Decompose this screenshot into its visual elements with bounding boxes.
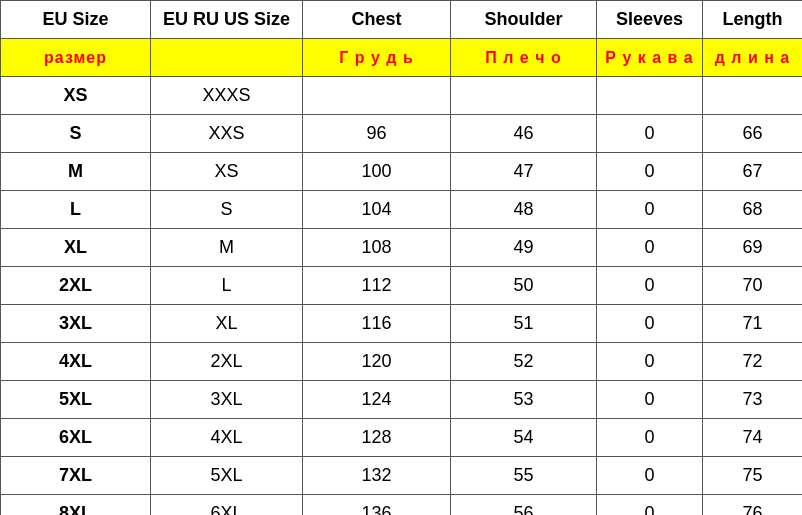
ru-size-cell: L <box>151 267 303 305</box>
col-eu-ru-us-header: EU RU US Size <box>151 1 303 39</box>
shoulder-cell: 53 <box>451 381 597 419</box>
col-eu-ru-us-subheader <box>151 39 303 77</box>
eu-size-cell: XS <box>1 77 151 115</box>
eu-size-cell: 8XL <box>1 495 151 516</box>
chest-cell: 136 <box>303 495 451 516</box>
sleeves-cell <box>597 77 703 115</box>
ru-size-cell: 2XL <box>151 343 303 381</box>
shoulder-cell: 56 <box>451 495 597 516</box>
length-cell: 68 <box>703 191 803 229</box>
eu-size-cell: XL <box>1 229 151 267</box>
sleeves-cell: 0 <box>597 495 703 516</box>
table-row: 6XL4XL12854074 <box>1 419 803 457</box>
eu-size-cell: S <box>1 115 151 153</box>
eu-size-cell: L <box>1 191 151 229</box>
col-eu-size-header: EU Size <box>1 1 151 39</box>
table-row: 3XLXL11651071 <box>1 305 803 343</box>
sleeves-cell: 0 <box>597 229 703 267</box>
col-sleeves-subheader: Р у к а в а <box>597 39 703 77</box>
ru-size-cell: 3XL <box>151 381 303 419</box>
eu-size-cell: 6XL <box>1 419 151 457</box>
ru-size-cell: XXS <box>151 115 303 153</box>
chest-cell: 96 <box>303 115 451 153</box>
chest-cell: 100 <box>303 153 451 191</box>
table-row: XLM10849069 <box>1 229 803 267</box>
col-length-subheader: д л и н а <box>703 39 803 77</box>
shoulder-cell: 46 <box>451 115 597 153</box>
shoulder-cell: 48 <box>451 191 597 229</box>
sleeves-cell: 0 <box>597 267 703 305</box>
shoulder-cell: 54 <box>451 419 597 457</box>
sleeves-cell: 0 <box>597 419 703 457</box>
shoulder-cell: 50 <box>451 267 597 305</box>
sleeves-cell: 0 <box>597 191 703 229</box>
length-cell <box>703 77 803 115</box>
chest-cell: 108 <box>303 229 451 267</box>
col-chest-header: Chest <box>303 1 451 39</box>
ru-size-cell: M <box>151 229 303 267</box>
shoulder-cell <box>451 77 597 115</box>
chest-cell <box>303 77 451 115</box>
col-shoulder-subheader: П л е ч о <box>451 39 597 77</box>
col-chest-subheader: Г р у д ь <box>303 39 451 77</box>
table-row: SXXS9646066 <box>1 115 803 153</box>
chest-cell: 112 <box>303 267 451 305</box>
length-cell: 74 <box>703 419 803 457</box>
table-row: 5XL3XL12453073 <box>1 381 803 419</box>
col-sleeves-header: Sleeves <box>597 1 703 39</box>
ru-size-cell: 6XL <box>151 495 303 516</box>
chest-cell: 132 <box>303 457 451 495</box>
table-row: LS10448068 <box>1 191 803 229</box>
sleeves-cell: 0 <box>597 153 703 191</box>
shoulder-cell: 55 <box>451 457 597 495</box>
eu-size-cell: 5XL <box>1 381 151 419</box>
ru-size-cell: 4XL <box>151 419 303 457</box>
col-length-header: Length <box>703 1 803 39</box>
chest-cell: 104 <box>303 191 451 229</box>
sleeves-cell: 0 <box>597 115 703 153</box>
sleeves-cell: 0 <box>597 381 703 419</box>
ru-size-cell: XL <box>151 305 303 343</box>
ru-size-cell: XXXS <box>151 77 303 115</box>
length-cell: 69 <box>703 229 803 267</box>
eu-size-cell: 4XL <box>1 343 151 381</box>
header-row: EU Size EU RU US Size Chest Shoulder Sle… <box>1 1 803 39</box>
table-row: 7XL5XL13255075 <box>1 457 803 495</box>
sub-header-row: размер Г р у д ь П л е ч о Р у к а в а д… <box>1 39 803 77</box>
length-cell: 70 <box>703 267 803 305</box>
sleeves-cell: 0 <box>597 305 703 343</box>
length-cell: 75 <box>703 457 803 495</box>
col-shoulder-header: Shoulder <box>451 1 597 39</box>
eu-size-cell: M <box>1 153 151 191</box>
shoulder-cell: 52 <box>451 343 597 381</box>
chest-cell: 120 <box>303 343 451 381</box>
length-cell: 72 <box>703 343 803 381</box>
shoulder-cell: 49 <box>451 229 597 267</box>
table-row: 2XLL11250070 <box>1 267 803 305</box>
sleeves-cell: 0 <box>597 457 703 495</box>
shoulder-cell: 51 <box>451 305 597 343</box>
chest-cell: 124 <box>303 381 451 419</box>
table-row: XSXXXS <box>1 77 803 115</box>
shoulder-cell: 47 <box>451 153 597 191</box>
ru-size-cell: S <box>151 191 303 229</box>
length-cell: 71 <box>703 305 803 343</box>
table-row: 8XL6XL13656076 <box>1 495 803 516</box>
col-eu-size-subheader: размер <box>1 39 151 77</box>
ru-size-cell: XS <box>151 153 303 191</box>
length-cell: 73 <box>703 381 803 419</box>
length-cell: 76 <box>703 495 803 516</box>
sleeves-cell: 0 <box>597 343 703 381</box>
chest-cell: 116 <box>303 305 451 343</box>
ru-size-cell: 5XL <box>151 457 303 495</box>
length-cell: 67 <box>703 153 803 191</box>
length-cell: 66 <box>703 115 803 153</box>
eu-size-cell: 3XL <box>1 305 151 343</box>
chest-cell: 128 <box>303 419 451 457</box>
eu-size-cell: 2XL <box>1 267 151 305</box>
table-row: MXS10047067 <box>1 153 803 191</box>
eu-size-cell: 7XL <box>1 457 151 495</box>
table-row: 4XL2XL12052072 <box>1 343 803 381</box>
